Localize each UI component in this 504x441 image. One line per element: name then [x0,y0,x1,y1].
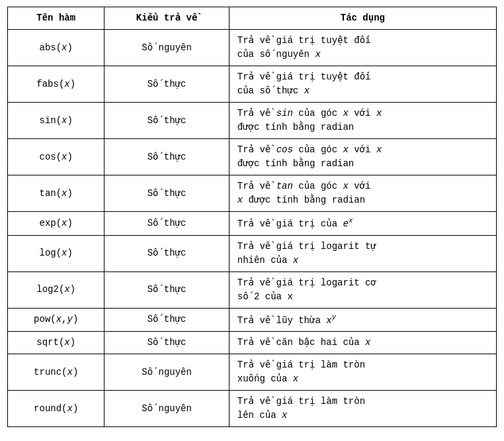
cell-description: Trả về giá trị tuyệt đốicủa số nguyên x [229,30,496,66]
table-row: pow(x,y)Số thựcTrả về lũy thừa xy [8,308,497,332]
table-row: abs(x)Số nguyênTrả về giá trị tuyệt đốic… [8,30,497,66]
cell-description: Trả về lũy thừa xy [229,308,496,332]
cell-func-name: fabs(x) [8,66,105,103]
cell-func-name: sin(x) [8,103,105,139]
cell-return-type: Số thực [105,103,229,139]
cell-description: Trả về căn bậc hai của x [229,332,496,354]
cell-return-type: Số thực [105,139,229,175]
table-row: exp(x)Số thựcTrả về giá trị của ex [8,212,497,236]
cell-return-type: Số nguyên [105,30,229,66]
cell-description: Trả về tan của góc x vớix được tính bằng… [229,175,496,212]
cell-return-type: Số nguyên [105,354,229,391]
cell-description: Trả về giá trị làm trònlên của x [229,391,496,427]
cell-description: Trả về giá trị tuyệt đốicủa số thực x [229,66,496,103]
cell-func-name: sqrt(x) [8,332,105,354]
main-table-wrapper: Tên hàm Kiểu trả về Tác dụng abs(x)Số ng… [7,7,497,427]
table-header-row: Tên hàm Kiểu trả về Tác dụng [8,7,497,30]
header-return-type: Kiểu trả về [105,7,229,30]
cell-return-type: Số thực [105,271,229,308]
cell-func-name: log2(x) [8,271,105,308]
cell-description: Trả về giá trị làm trònxuống của x [229,354,496,391]
cell-description: Trả về giá trị logarit cơsố 2 của x [229,271,496,308]
function-table: Tên hàm Kiểu trả về Tác dụng abs(x)Số ng… [7,7,497,427]
cell-return-type: Số thực [105,175,229,212]
table-row: sin(x)Số thựcTrả về sin của góc x với xđ… [8,103,497,139]
cell-func-name: pow(x,y) [8,308,105,332]
cell-return-type: Số thực [105,308,229,332]
header-func-name: Tên hàm [8,7,105,30]
table-row: round(x)Số nguyênTrả về giá trị làm tròn… [8,391,497,427]
cell-func-name: log(x) [8,235,105,271]
cell-return-type: Số thực [105,212,229,236]
cell-return-type: Số nguyên [105,391,229,427]
header-description: Tác dụng [229,7,496,30]
cell-func-name: cos(x) [8,139,105,175]
cell-func-name: round(x) [8,391,105,427]
cell-func-name: exp(x) [8,212,105,236]
table-row: cos(x)Số thựcTrả về cos của góc x với xđ… [8,139,497,175]
cell-description: Trả về giá trị logarit tựnhiên của x [229,235,496,271]
cell-func-name: tan(x) [8,175,105,212]
cell-description: Trả về cos của góc x với xđược tính bằng… [229,139,496,175]
cell-return-type: Số thực [105,235,229,271]
table-row: sqrt(x)Số thựcTrả về căn bậc hai của x [8,332,497,354]
cell-func-name: trunc(x) [8,354,105,391]
cell-return-type: Số thực [105,66,229,103]
table-row: log(x)Số thựcTrả về giá trị logarit tựnh… [8,235,497,271]
cell-description: Trả về sin của góc x với xđược tính bằng… [229,103,496,139]
table-row: fabs(x)Số thựcTrả về giá trị tuyệt đốicủ… [8,66,497,103]
cell-description: Trả về giá trị của ex [229,212,496,236]
cell-func-name: abs(x) [8,30,105,66]
table-row: log2(x)Số thựcTrả về giá trị logarit cơs… [8,271,497,308]
cell-return-type: Số thực [105,332,229,354]
table-row: tan(x)Số thựcTrả về tan của góc x vớix đ… [8,175,497,212]
table-row: trunc(x)Số nguyênTrả về giá trị làm tròn… [8,354,497,391]
